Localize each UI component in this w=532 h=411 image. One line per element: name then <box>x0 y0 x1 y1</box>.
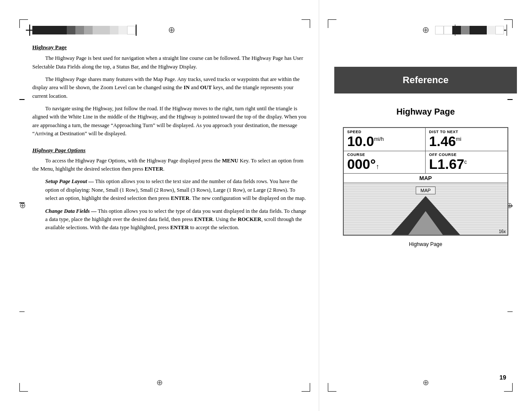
section-heading: Highway Page <box>32 43 308 52</box>
offcourse-value: L1.67c <box>429 157 504 172</box>
reference-header: Reference <box>334 67 517 93</box>
course-value: 000°↑ <box>347 157 422 172</box>
main-text-area: Highway Page The Highway Page is best us… <box>32 43 308 377</box>
para4: To access the Highway Page Options, with… <box>32 157 308 174</box>
bold-in: IN <box>184 84 190 90</box>
corner-tl-right <box>328 19 336 28</box>
right-column: ⊕ ⊕ ⊕ Reference Highway Page SPEED 10.0m… <box>319 0 532 411</box>
speed-unit: mi/h <box>374 136 384 142</box>
dist-unit: mi <box>456 136 461 142</box>
top-crosshair-right: ⊕ <box>422 25 429 35</box>
corner-bl-right <box>328 383 336 392</box>
gps-display: SPEED 10.0mi/h DIST TO NEXT 1.46mi COURS… <box>343 127 508 236</box>
sep-left <box>29 25 30 36</box>
tick-left-bot <box>19 311 25 312</box>
tick-left-top <box>19 99 25 100</box>
gps-caption: Highway Page <box>334 241 517 247</box>
checker-bar-left <box>32 26 136 34</box>
gps-row2: COURSE 000°↑ OFF COURSE L1.67c <box>344 151 507 174</box>
bold-enter2: ENTER <box>171 195 190 201</box>
corner-tr-right <box>504 19 513 28</box>
bottom-crosshair-right: ⊕ <box>423 378 429 387</box>
corner-br-right <box>504 383 513 392</box>
bold-rocker: ROCKER <box>238 216 261 222</box>
tick-right-top <box>507 99 513 100</box>
option2-label: Change Data Fields — <box>45 208 96 214</box>
para2: The Highway Page shares many features wi… <box>32 75 308 100</box>
bold-enter4: ENTER <box>170 224 189 230</box>
corner-tr-left <box>302 19 310 28</box>
gps-speed-field: SPEED 10.0mi/h <box>344 128 426 151</box>
hw-page-title: Highway Page <box>334 107 517 117</box>
corner-tl <box>19 19 28 28</box>
bold-out: OUT <box>200 84 212 90</box>
speed-value: 10.0mi/h <box>347 134 422 149</box>
highway-road-inner <box>408 211 443 235</box>
option2: Change Data Fields — This option allows … <box>45 207 308 232</box>
top-crosshair-left: ⊕ <box>168 25 175 35</box>
option1-label: Setup Page Layout — <box>45 178 94 184</box>
sub-section-heading: Highway Page Options <box>32 146 308 155</box>
side-crosshair-left: ⊕ <box>19 201 26 210</box>
bold-enter3: ENTER <box>194 216 213 222</box>
gps-map-label: MAP <box>344 174 507 183</box>
gps-dist-field: DIST TO NEXT 1.46mi <box>426 128 507 151</box>
corner-bl <box>19 383 28 392</box>
offcourse-unit: c <box>464 159 467 165</box>
gps-offcourse-field: OFF COURSE L1.67c <box>426 151 507 173</box>
dist-value: 1.46mi <box>429 134 504 149</box>
sep-right-outer <box>507 25 507 36</box>
para3: To navigate using the Highway, just foll… <box>32 105 308 138</box>
tick-right-bot <box>507 311 513 312</box>
highway-display: MAP 16x <box>344 183 507 235</box>
bottom-crosshair-left: ⊕ <box>156 378 163 387</box>
page-number: 19 <box>499 374 506 381</box>
gps-row1: SPEED 10.0mi/h DIST TO NEXT 1.46mi <box>344 128 507 151</box>
map-button-display: MAP <box>416 187 436 194</box>
para1: The Highway Page is best used for naviga… <box>32 54 308 71</box>
sep-right-left <box>136 25 137 36</box>
corner-br-left <box>302 383 310 392</box>
bold-menu: MENU <box>222 158 238 164</box>
left-column: ⊕ ⊕ ⊕ Highway Page The Highway Page is b… <box>0 0 319 411</box>
bold-enter1: ENTER <box>145 166 163 172</box>
checker-bar-right <box>435 26 504 34</box>
option1: Setup Page Layout — This option allows y… <box>45 177 308 202</box>
gps-course-field: COURSE 000°↑ <box>344 151 426 173</box>
zoom-indicator: 16x <box>499 229 506 234</box>
